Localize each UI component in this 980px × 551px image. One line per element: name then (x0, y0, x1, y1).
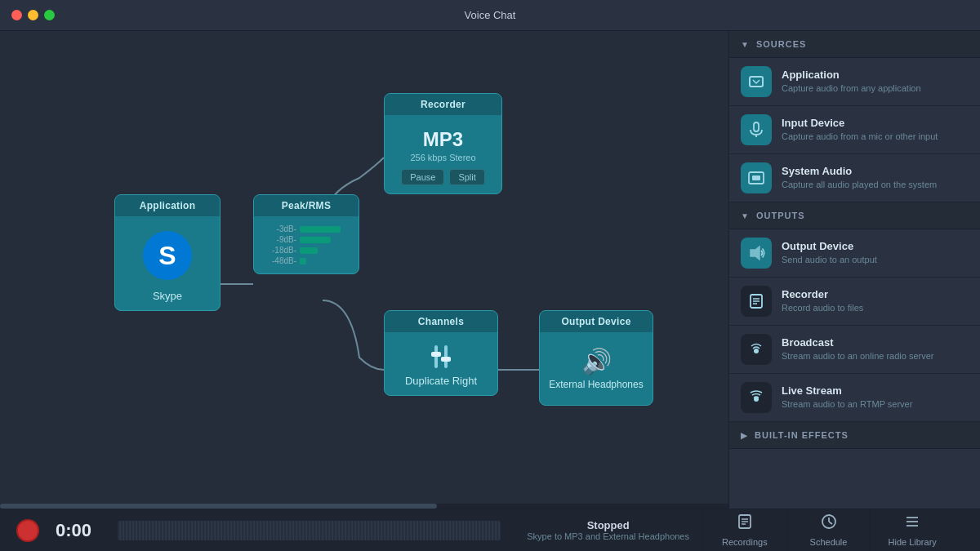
source-input-device-item[interactable]: Input Device Capture audio from a mic or… (729, 106, 980, 154)
node-channels-body: Duplicate Right (385, 332, 497, 395)
close-button[interactable] (11, 10, 22, 20)
hide-library-tab-label: Hide Library (889, 537, 937, 547)
source-input-device-title: Input Device (782, 117, 938, 129)
traffic-lights (11, 10, 55, 20)
source-application-desc: Capture audio from any application (782, 82, 921, 94)
outputs-section-header: ▼ OUTPUTS (729, 202, 980, 229)
node-application-body: S Skype (115, 216, 220, 310)
node-output-label: External Headphones (549, 379, 643, 397)
bottom-right: Recordings Schedule Hide Library (702, 509, 954, 551)
recordings-tab-label: Recordings (722, 537, 768, 547)
source-input-device-desc: Capture audio from a mic or other input (782, 131, 938, 142)
vu-label-1: -3dB- (265, 224, 296, 233)
node-channels-header: Channels (385, 311, 497, 332)
main-container: Application S Skype Peak/RMS -3dB- -9dB- (0, 31, 980, 509)
speaker-icon: 🔊 (581, 347, 612, 375)
vu-row-1: -3dB- (265, 224, 347, 233)
svg-rect-4 (752, 176, 760, 180)
maximize-button[interactable] (44, 10, 55, 20)
output-livestream-title: Live Stream (782, 384, 912, 397)
vu-label-2: -9dB- (265, 235, 296, 244)
source-system-audio-text: System Audio Capture all audio played on… (782, 165, 937, 190)
hide-library-icon (904, 513, 920, 534)
vu-row-4: -48dB- (265, 256, 347, 265)
canvas-scrollbar-thumb (0, 504, 437, 509)
node-recorder-header: Recorder (385, 94, 501, 115)
output-broadcast-item[interactable]: Broadcast Stream audio to an online radi… (729, 326, 980, 374)
split-button[interactable]: Split (449, 169, 484, 185)
svg-rect-1 (754, 122, 759, 131)
fader-handle-1 (431, 352, 441, 357)
recorder-buttons: Pause Split (401, 169, 485, 185)
vu-row-3: -18dB- (265, 246, 347, 255)
output-device-text: Output Device Send audio to an output (782, 240, 877, 265)
vu-meter: -3dB- -9dB- -18dB- -48dB- (265, 224, 347, 265)
node-channels[interactable]: Channels Duplicate Right (384, 310, 498, 396)
node-peakrms[interactable]: Peak/RMS -3dB- -9dB- -18dB- (253, 194, 359, 274)
bottom-left: 0:00 Stopped Skype to MP3 and External H… (0, 516, 702, 545)
schedule-icon (821, 513, 837, 534)
node-output-header: Output Device (540, 311, 653, 332)
fader-2 (444, 345, 448, 368)
bottom-bar: 0:00 Stopped Skype to MP3 and External H… (0, 509, 980, 551)
source-application-item[interactable]: Application Capture audio from any appli… (729, 58, 980, 106)
node-application-header: Application (115, 195, 220, 216)
sources-title: SOURCES (756, 39, 806, 49)
output-recorder-desc: Record audio to files (782, 302, 863, 313)
right-panel: ▼ SOURCES Application Capture audio from… (728, 31, 980, 509)
node-application-label: Skype (153, 290, 182, 302)
output-broadcast-text: Broadcast Stream audio to an online radi… (782, 336, 934, 362)
node-recorder[interactable]: Recorder MP3 256 kbps Stereo Pause Split (384, 93, 502, 194)
output-livestream-icon (741, 382, 772, 413)
minimize-button[interactable] (28, 10, 38, 20)
vu-bar-4 (300, 258, 306, 264)
titlebar: Voice Chat (0, 0, 980, 31)
fader-handle-2 (441, 357, 451, 362)
sources-arrow: ▼ (741, 40, 750, 49)
source-input-device-text: Input Device Capture audio from a mic or… (782, 117, 938, 142)
node-peakrms-header: Peak/RMS (254, 195, 359, 216)
skype-icon: S (143, 231, 192, 280)
source-system-audio-icon (741, 162, 772, 193)
vu-bar-2 (300, 237, 331, 243)
vu-bar-1 (300, 226, 341, 233)
node-output-device[interactable]: Output Device 🔊 External Headphones (539, 310, 653, 406)
fader-icon (434, 345, 448, 368)
schedule-tab-label: Schedule (810, 537, 848, 547)
status-text: Stopped (587, 519, 630, 531)
output-recorder-icon (741, 286, 772, 317)
status-description: Skype to MP3 and External Headphones (527, 531, 689, 541)
built-in-effects-header[interactable]: ▶ BUILT-IN EFFECTS (729, 422, 980, 449)
recordings-tab[interactable]: Recordings (703, 509, 787, 551)
svg-line-18 (829, 522, 832, 524)
output-device-item[interactable]: Output Device Send audio to an output (729, 229, 980, 278)
source-system-audio-title: System Audio (782, 165, 937, 177)
source-system-audio-item[interactable]: System Audio Capture all audio played on… (729, 154, 980, 202)
output-device-title: Output Device (782, 240, 877, 252)
status-area: Stopped Skype to MP3 and External Headph… (527, 519, 689, 541)
output-recorder-text: Recorder Record audio to files (782, 288, 863, 313)
canvas-area[interactable]: Application S Skype Peak/RMS -3dB- -9dB- (0, 31, 728, 509)
record-button[interactable] (13, 516, 42, 545)
hide-library-tab[interactable]: Hide Library (871, 509, 954, 551)
output-broadcast-icon (741, 334, 772, 365)
source-application-title: Application (782, 69, 921, 81)
fader-track-1 (434, 345, 438, 368)
node-application[interactable]: Application S Skype (114, 194, 220, 311)
svg-marker-5 (751, 247, 760, 260)
source-system-audio-desc: Capture all audio played on the system (782, 179, 937, 190)
recorder-quality: 256 kbps Stereo (410, 153, 475, 162)
canvas-scrollbar[interactable] (0, 504, 728, 509)
built-in-effects-arrow: ▶ (741, 431, 748, 440)
output-livestream-desc: Stream audio to an RTMP server (782, 398, 912, 410)
schedule-tab[interactable]: Schedule (787, 509, 871, 551)
output-recorder-item[interactable]: Recorder Record audio to files (729, 278, 980, 326)
fader-track-2 (444, 345, 448, 368)
node-output-body: 🔊 External Headphones (540, 332, 653, 405)
record-circle-icon (16, 519, 39, 542)
svg-point-10 (754, 349, 759, 353)
pause-button[interactable]: Pause (401, 169, 444, 185)
connections-svg (0, 31, 728, 509)
output-livestream-item[interactable]: Live Stream Stream audio to an RTMP serv… (729, 374, 980, 422)
window-title: Voice Chat (465, 9, 516, 21)
